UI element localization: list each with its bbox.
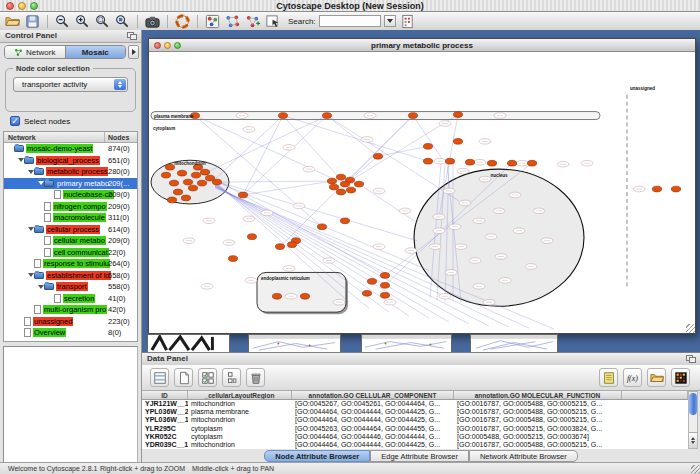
search-dropdown-button[interactable] [384, 15, 396, 27]
expand-arrow-icon[interactable] [37, 282, 44, 292]
tree-row-establishment-of-lo[interactable]: establishment of lo558(0) [4, 270, 137, 282]
graph-node[interactable] [336, 189, 345, 195]
table-column-header[interactable]: ID [142, 391, 188, 399]
graph-node[interactable] [191, 172, 200, 178]
graph-node[interactable] [183, 179, 192, 185]
table-row[interactable]: YPL036W__2plasma membrane[GO:0044464, GO… [142, 408, 688, 416]
graph-node[interactable] [317, 224, 326, 230]
tree-column-nodes[interactable]: Nodes [105, 132, 137, 142]
tree-row-response-to-stimulu[interactable]: response to stimulu264(0) [4, 258, 137, 270]
annotation-icon[interactable] [264, 13, 281, 29]
trash-button[interactable] [246, 368, 265, 387]
help-ring-icon[interactable] [174, 13, 191, 29]
tree-row-overview[interactable]: Overview8(0) [4, 327, 137, 339]
graph-node[interactable] [200, 169, 209, 175]
network-window-titlebar[interactable]: primary metabolic process [149, 39, 695, 52]
table-scrollbar[interactable] [688, 391, 698, 449]
import-network-icon[interactable] [224, 13, 241, 29]
function-builder-button[interactable]: f(x) [623, 368, 642, 387]
expand-arrow-icon[interactable] [27, 270, 34, 280]
graph-node[interactable] [380, 273, 389, 279]
graph-node[interactable] [327, 178, 336, 184]
graph-node[interactable] [453, 112, 462, 118]
snapshot-icon[interactable] [144, 13, 161, 29]
graph-node[interactable] [507, 160, 516, 166]
tree-row-secretion[interactable]: secretion41(0) [4, 293, 137, 305]
select-nodes-checkbox[interactable]: ✓ [10, 116, 20, 126]
graph-node[interactable] [177, 170, 186, 176]
background-window-thumbnail-4[interactable] [470, 334, 558, 352]
table-row[interactable]: YKR052Ccytoplasm[GO:0044464, GO:0044446,… [142, 433, 688, 441]
table-row[interactable]: YJR121W__1mitochondrion[GO:0045267, GO:0… [142, 400, 688, 408]
tab-network[interactable]: Network [5, 46, 65, 58]
save-icon[interactable] [24, 13, 41, 29]
graph-node[interactable] [181, 195, 190, 201]
table-column-header[interactable]: _cellularLayoutRegion [188, 391, 292, 399]
delete-attributes-button[interactable] [198, 368, 217, 387]
graph-node[interactable] [408, 113, 417, 119]
table-row[interactable]: YDR039C__1mitochondrion[GO:0044464, GO:0… [142, 441, 688, 449]
scrollbar-thumb[interactable] [689, 393, 697, 415]
zoom-selected-icon[interactable] [94, 13, 111, 29]
node-color-dropdown[interactable]: transporter activity [13, 77, 128, 92]
create-new-attribute-button[interactable] [174, 368, 193, 387]
graph-node[interactable] [465, 159, 474, 165]
graph-node[interactable] [167, 197, 176, 203]
create-network-icon[interactable] [244, 13, 261, 29]
search-input[interactable] [319, 15, 381, 27]
graph-node[interactable] [367, 278, 376, 284]
graph-node[interactable] [287, 242, 296, 248]
graph-node[interactable] [487, 160, 496, 166]
zoom-out-icon[interactable] [54, 13, 71, 29]
network-window[interactable]: primary metabolic process plasma membran… [148, 38, 696, 334]
graph-node[interactable] [272, 293, 281, 299]
table-column-header[interactable]: annotation.GO MOLECULAR_FUNCTION [454, 391, 622, 399]
graph-node[interactable] [652, 186, 661, 192]
graph-node[interactable] [445, 158, 454, 164]
matrix-button[interactable] [671, 368, 690, 387]
graph-node[interactable] [275, 244, 284, 250]
background-window-thumbnail-1[interactable] [147, 334, 230, 352]
window-resize-grip[interactable] [691, 465, 700, 474]
notepad-button[interactable] [599, 368, 618, 387]
frame-resize-grip[interactable] [686, 324, 695, 333]
graph-node[interactable] [346, 187, 355, 193]
graph-node[interactable] [247, 234, 256, 240]
tab-mosaic[interactable]: Mosaic [65, 46, 126, 58]
graph-node[interactable] [340, 218, 349, 224]
tab-edge-attribute-browser[interactable]: Edge Attribute Browser [370, 450, 469, 462]
expand-arrow-icon[interactable] [17, 155, 24, 165]
tree-row-unassigned[interactable]: unassigned223(0) [4, 316, 137, 328]
graph-node[interactable] [169, 180, 178, 186]
graph-node[interactable] [165, 164, 174, 170]
background-window-thumbnail-3[interactable] [361, 334, 452, 352]
graph-node[interactable] [329, 184, 338, 190]
graph-node[interactable] [161, 172, 170, 178]
graph-node[interactable] [300, 293, 309, 299]
graph-node[interactable] [238, 192, 247, 198]
graph-node[interactable] [322, 113, 331, 119]
graph-node[interactable] [373, 153, 382, 159]
graph-node[interactable] [423, 158, 432, 164]
zoom-in-icon[interactable] [74, 13, 91, 29]
tab-node-attribute-browser[interactable]: Node Attribute Browser [264, 450, 370, 462]
vizmapper-icon[interactable] [204, 13, 221, 29]
zoom-fit-icon[interactable] [114, 13, 131, 29]
scrollbar-arrows[interactable] [689, 432, 697, 448]
tab-network-attribute-browser[interactable]: Network Attribute Browser [469, 450, 578, 462]
expand-arrow-icon[interactable] [37, 178, 44, 188]
tree-row-cell-communicat[interactable]: cell communicat22(0) [4, 247, 137, 259]
birds-eye-view[interactable] [3, 346, 138, 474]
table-row[interactable]: YLR295Ccytoplasm[GO:0045263, GO:0044464,… [142, 425, 688, 433]
tree-row-cellular-metabo[interactable]: cellular metabo209(0) [4, 235, 137, 247]
table-row[interactable]: YPL036W__1mitochondrion[GO:0044464, GO:0… [142, 416, 688, 424]
graph-node[interactable] [380, 282, 389, 288]
float-panel-icon[interactable] [686, 355, 696, 363]
graph-node[interactable] [354, 181, 363, 187]
attribute-selection-button[interactable] [222, 368, 241, 387]
graph-node[interactable] [173, 189, 182, 195]
graph-node[interactable] [671, 186, 680, 192]
import-attributes-button[interactable] [647, 368, 666, 387]
background-window-thumbnail-2[interactable] [248, 334, 341, 352]
network-canvas[interactable]: plasma membranecytoplasmmitochondrionnuc… [149, 52, 695, 333]
